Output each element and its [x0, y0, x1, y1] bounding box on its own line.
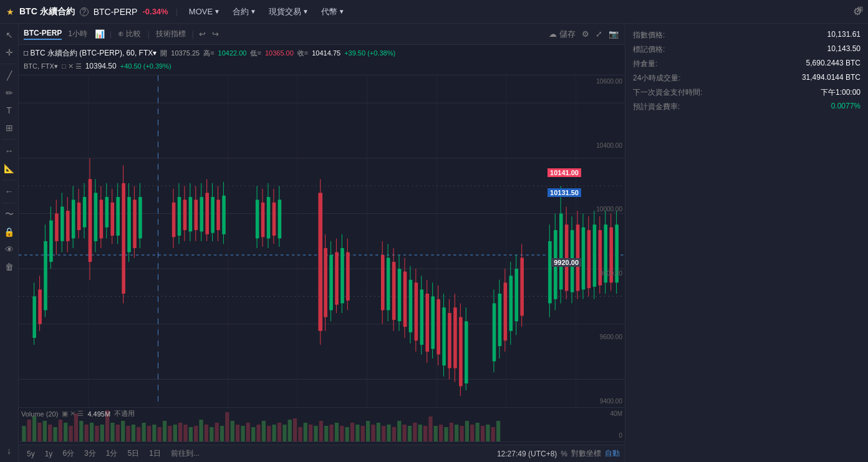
period-1m[interactable]: 1分: [103, 447, 121, 460]
mark-price-label: 標記價格:: [633, 44, 665, 55]
ruler-tool[interactable]: 📐: [2, 161, 17, 176]
indicator-btn[interactable]: 技術指標: [153, 27, 188, 41]
trend-line-tool[interactable]: ╱: [2, 68, 17, 83]
svg-rect-192: [137, 427, 140, 441]
svg-rect-252: [450, 423, 453, 441]
chart-settings-icon[interactable]: ⚙: [581, 28, 591, 40]
chart-canvas[interactable]: 10141.00 10131.50 9920.00 10600.00 10400…: [19, 75, 625, 407]
svg-rect-243: [403, 425, 407, 441]
svg-rect-254: [460, 426, 463, 441]
volume-bar: Volume (20) ▣ ✕ ☰ 4.495M 不適用: [19, 407, 625, 441]
svg-rect-187: [110, 423, 114, 441]
period-5y[interactable]: 5y: [24, 448, 38, 460]
btc-label: BTC, FTX▾: [24, 61, 58, 72]
svg-rect-231: [340, 426, 344, 441]
cloud-save-icon[interactable]: ☁ 儲存: [547, 27, 577, 41]
time-axis: 12 14 15 16 17 18 19 18:00 2020-02-12 21…: [19, 441, 625, 445]
svg-rect-195: [152, 425, 156, 441]
next-funding-row: 下一次資金支付時間: 下午1:00:00: [633, 87, 861, 98]
fullscreen-icon[interactable]: ⤢: [594, 28, 604, 40]
move-menu[interactable]: MOVE ▼: [185, 6, 224, 17]
svg-rect-190: [126, 426, 130, 441]
chart-expand-icon[interactable]: ⊞: [857, 5, 863, 12]
lock-tool[interactable]: 🔒: [2, 224, 17, 239]
period-1y[interactable]: 1y: [42, 448, 56, 460]
contract-menu[interactable]: 合約 ▼: [229, 5, 260, 19]
undo-icon[interactable]: ↩: [198, 28, 207, 40]
chart-info-bar: □ BTC 永續合約 (BTC-PERP), 60, FTX▾ 開 10375.…: [19, 45, 625, 75]
period-3m[interactable]: 3分: [81, 447, 99, 460]
draw-tool[interactable]: ✏: [2, 85, 17, 100]
svg-rect-211: [236, 425, 239, 441]
chart-type-icon[interactable]: 📊: [94, 28, 106, 40]
svg-rect-210: [231, 421, 234, 441]
svg-rect-183: [90, 423, 94, 441]
svg-rect-178: [64, 423, 67, 441]
redo-icon[interactable]: ↪: [211, 28, 220, 40]
time-period-right: 12:27:49 (UTC+8) % 對數坐標 自動: [497, 448, 620, 459]
favorite-star[interactable]: ★: [6, 7, 14, 17]
timeframe-selector[interactable]: 1小時: [65, 27, 90, 41]
svg-rect-244: [408, 426, 412, 441]
token-menu[interactable]: 代幣 ▼: [317, 5, 349, 19]
perp-label: BTC-PERP: [94, 7, 138, 17]
period-5d[interactable]: 5日: [124, 447, 142, 460]
position-value: 5,690.2443 BTC: [806, 59, 861, 69]
crosshair-tool[interactable]: ✛: [2, 45, 17, 60]
svg-rect-212: [241, 426, 244, 441]
svg-rect-233: [350, 423, 354, 441]
auto-btn[interactable]: 自動: [605, 448, 620, 459]
main-wrapper: ↖ ✛ ╱ ✏ T ⊞ ↔ 📐 ← 〜 🔒 👁 🗑 ↓ BTC-PERP 1小時…: [0, 24, 868, 462]
spot-menu[interactable]: 現貨交易 ▼: [265, 5, 312, 19]
svg-rect-205: [205, 425, 208, 441]
svg-rect-174: [43, 421, 47, 441]
svg-rect-213: [246, 423, 250, 441]
chart-info-row1: □ BTC 永續合約 (BTC-PERP), 60, FTX▾ 開 10375.…: [24, 47, 620, 59]
svg-rect-247: [423, 426, 427, 441]
svg-rect-221: [288, 420, 292, 441]
chart-tab-active[interactable]: BTC-PERP: [24, 29, 62, 40]
svg-rect-170: [22, 426, 26, 441]
percent-btn[interactable]: %: [561, 450, 567, 458]
measure-tool[interactable]: ↔: [2, 143, 17, 158]
position-label: 持倉量:: [633, 59, 657, 69]
coord-btn[interactable]: 對數坐標: [571, 448, 601, 459]
pattern-tool[interactable]: ⊞: [2, 120, 17, 135]
svg-rect-202: [189, 427, 193, 441]
svg-rect-189: [121, 421, 125, 441]
compare-btn[interactable]: ⊕ 比較: [115, 27, 143, 41]
chart-close-value: 10414.75: [312, 48, 340, 59]
back-tool[interactable]: ←: [2, 184, 17, 199]
help-icon[interactable]: ?: [80, 7, 89, 16]
cursor-tool[interactable]: ↖: [2, 27, 17, 42]
svg-rect-242: [397, 421, 401, 441]
svg-rect-208: [220, 426, 224, 441]
period-goto[interactable]: 前往到...: [168, 447, 203, 460]
svg-rect-209: [225, 412, 229, 441]
period-6m[interactable]: 6分: [59, 447, 77, 460]
volume-axis-bottom: 0: [619, 432, 622, 439]
svg-rect-172: [32, 416, 36, 441]
svg-rect-218: [272, 425, 276, 441]
chart-high-label: 高=: [203, 48, 214, 59]
period-1d[interactable]: 1日: [146, 447, 164, 460]
svg-rect-194: [147, 426, 151, 441]
next-funding-label: 下一次資金支付時間:: [633, 87, 702, 98]
support-price-badge: 9920.00: [551, 258, 581, 267]
snapshot-icon[interactable]: 📷: [607, 28, 620, 40]
text-tool[interactable]: T: [2, 103, 17, 118]
current-time-display: 12:27:49 (UTC+8): [497, 450, 557, 458]
svg-rect-238: [377, 423, 380, 441]
svg-rect-259: [486, 425, 489, 441]
mark-price-value: 10,143.50: [827, 44, 861, 55]
wave-tool[interactable]: 〜: [2, 207, 17, 222]
toolbar-divider-2: [2, 139, 16, 140]
funding-rate-row: 預計資金費率: 0.0077%: [633, 102, 861, 112]
down-tool[interactable]: ↓: [2, 443, 17, 458]
svg-rect-219: [277, 423, 281, 441]
time-period-bar: 5y 1y 6分 3分 1分 5日 1日 前往到... 12:27:49 (UT…: [19, 445, 625, 462]
eye-tool[interactable]: 👁: [2, 242, 17, 257]
svg-rect-176: [53, 427, 57, 441]
svg-rect-104: [392, 262, 396, 320]
trash-tool[interactable]: 🗑: [2, 259, 17, 274]
